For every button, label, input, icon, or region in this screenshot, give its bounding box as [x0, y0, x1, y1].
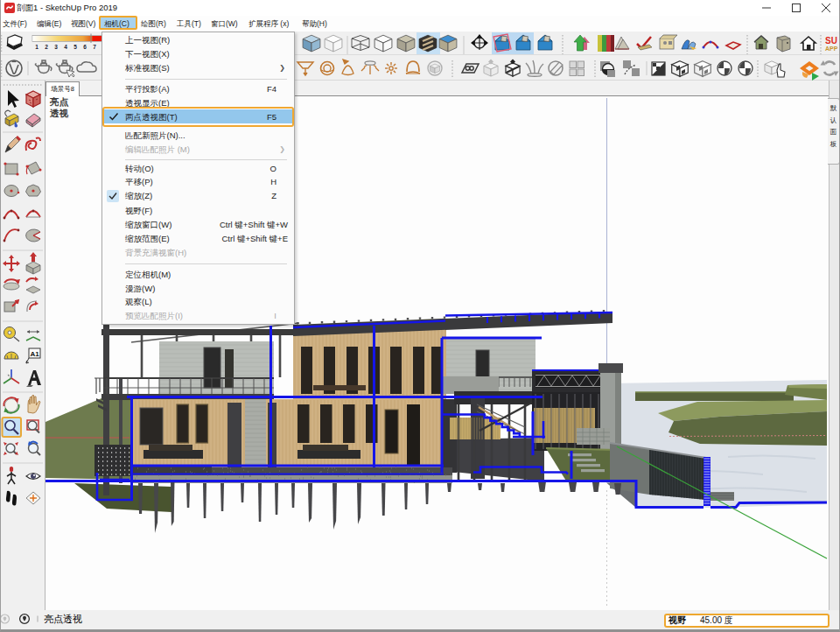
svg-text:SU: SU [825, 36, 837, 46]
svg-text:3: 3 [54, 44, 58, 50]
svg-text:5: 5 [74, 44, 77, 50]
svg-text:1: 1 [35, 44, 38, 50]
svg-text:2: 2 [45, 44, 48, 50]
svg-text:6: 6 [83, 44, 87, 50]
svg-text:4: 4 [64, 44, 67, 50]
svg-text:A1: A1 [30, 350, 39, 358]
svg-text:APP: APP [825, 46, 838, 52]
svg-text:7: 7 [93, 44, 96, 50]
